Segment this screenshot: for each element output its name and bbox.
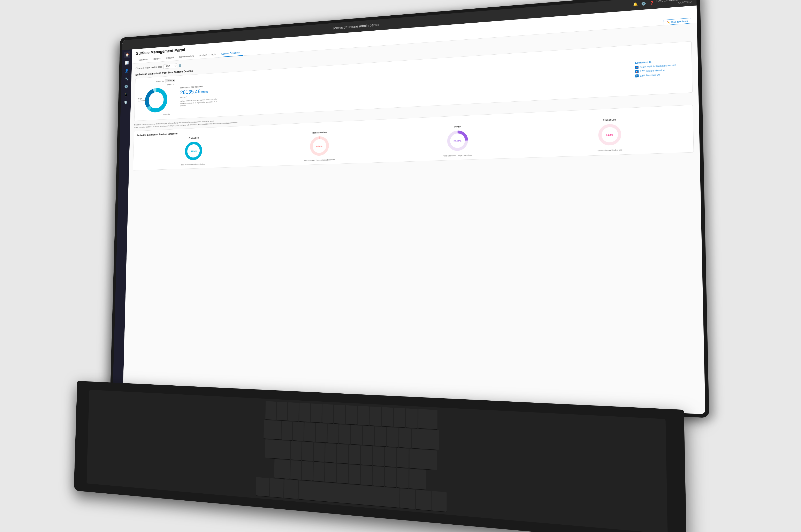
svg-point-13 [449, 132, 466, 150]
key[interactable] [358, 406, 369, 425]
key[interactable] [302, 461, 313, 481]
key[interactable] [406, 408, 417, 428]
tab-service-orders[interactable]: Service orders [176, 53, 197, 60]
car-icon: 🚗 [635, 66, 638, 69]
key[interactable] [284, 479, 298, 499]
key[interactable] [337, 463, 348, 483]
settings-icon[interactable]: ⚙️ [641, 1, 646, 6]
equivalents-panel: Equivalent to 🚗 34.27 Vehicle Kilometers… [635, 58, 688, 79]
equiv-car-label: Vehicle Kilometers traveled [647, 64, 676, 68]
key[interactable] [363, 426, 374, 445]
help-icon[interactable]: ❓ [649, 1, 654, 5]
eol-donut [597, 122, 622, 147]
key[interactable] [400, 489, 415, 509]
key[interactable] [375, 426, 386, 446]
key[interactable] [281, 421, 292, 440]
key[interactable] [361, 466, 372, 486]
key[interactable] [370, 406, 381, 426]
key[interactable] [411, 429, 439, 450]
key[interactable] [265, 439, 290, 459]
usage-sub: Total Estimated Usage Emissions [443, 154, 471, 157]
transportation-sub: Total Estimated Transportation Emissions [303, 159, 335, 162]
key[interactable] [346, 405, 357, 424]
key[interactable] [291, 441, 301, 460]
donut-chart-svg [144, 87, 168, 114]
svg-point-15 [600, 125, 619, 144]
key[interactable] [325, 463, 336, 482]
key[interactable] [256, 477, 269, 496]
key[interactable] [373, 466, 384, 487]
key[interactable] [399, 428, 411, 448]
key[interactable] [313, 462, 324, 482]
key[interactable] [339, 424, 350, 444]
tablet-frame: Microsoft Intune admin center 🔔 ⚙️ ❓ SMf… [110, 0, 709, 418]
sidebar-icon-settings[interactable]: ⚙️ [123, 83, 129, 90]
feedback-icon: ✏️ [667, 21, 670, 24]
key[interactable] [311, 403, 321, 423]
key[interactable] [277, 402, 287, 420]
svg-point-12 [449, 132, 466, 150]
key[interactable] [302, 442, 313, 461]
bell-icon[interactable]: 🔔 [633, 2, 637, 7]
key[interactable] [409, 449, 437, 470]
lifecycle-card-production: Production 140.94% [136, 134, 253, 167]
svg-point-16 [600, 125, 619, 144]
key[interactable] [270, 478, 284, 498]
key[interactable] [385, 467, 396, 487]
region-label: Choose a region to view data [135, 65, 162, 70]
tab-overview[interactable]: Overview [136, 56, 150, 63]
key[interactable] [418, 409, 437, 429]
region-select[interactable]: AOC [164, 63, 177, 69]
equiv-oil-value: 0.85 [640, 74, 645, 77]
tab-insights[interactable]: Insights [150, 55, 163, 62]
key[interactable] [304, 422, 315, 442]
key[interactable] [288, 402, 299, 421]
browser-icons: 🔔 ⚙️ ❓ [633, 1, 654, 6]
key[interactable] [263, 420, 281, 440]
key[interactable] [314, 442, 325, 462]
key[interactable] [361, 445, 372, 466]
key[interactable] [409, 469, 426, 490]
key[interactable] [325, 443, 336, 463]
equiv-fuel-value: 2.37 [640, 70, 645, 73]
key[interactable] [431, 491, 447, 512]
key[interactable] [293, 422, 303, 441]
lifecycle-card-eol: End of Life 0.00% [534, 115, 690, 154]
key[interactable] [316, 423, 327, 442]
transportation-pct: 0.04% [316, 145, 322, 148]
sidebar-icon-user[interactable]: 👤 [124, 67, 130, 74]
lifecycle-card-usage: Usage 25.51% [389, 122, 530, 159]
key[interactable] [373, 446, 384, 466]
key[interactable] [291, 460, 301, 480]
key[interactable] [416, 490, 431, 510]
tab-support[interactable]: Support [163, 54, 176, 61]
key[interactable] [394, 407, 405, 427]
key[interactable] [322, 404, 333, 423]
production-sub: Total Estimated Product Emissions [181, 163, 205, 166]
key[interactable] [387, 427, 398, 447]
key[interactable] [397, 468, 409, 488]
key[interactable] [274, 459, 290, 479]
production-card-title: Production [189, 136, 199, 139]
key[interactable] [349, 445, 360, 464]
info-icon: ℹ️ [179, 64, 182, 67]
key[interactable] [299, 403, 310, 422]
key[interactable] [334, 404, 345, 424]
scene: Microsoft Intune admin center 🔔 ⚙️ ❓ SMf… [0, 0, 801, 532]
product-age-select[interactable]: 2 years [165, 79, 175, 82]
key[interactable] [351, 425, 362, 445]
svg-point-17 [601, 127, 618, 143]
sidebar-icon-device[interactable]: 📱 [123, 91, 129, 98]
key[interactable] [265, 401, 276, 420]
key[interactable] [349, 464, 360, 484]
key[interactable] [397, 448, 409, 468]
key[interactable] [328, 424, 338, 443]
sidebar-icon-shield[interactable]: 🛡️ [123, 99, 129, 106]
key[interactable] [385, 447, 396, 467]
sidebar-icon-chart[interactable]: 📊 [124, 59, 130, 66]
sidebar-icon-tool[interactable]: 🔧 [124, 75, 130, 82]
key[interactable] [381, 407, 393, 427]
key[interactable] [337, 444, 348, 463]
sidebar-icon-home[interactable]: 🏠 [124, 51, 130, 58]
usage-donut [446, 129, 469, 153]
